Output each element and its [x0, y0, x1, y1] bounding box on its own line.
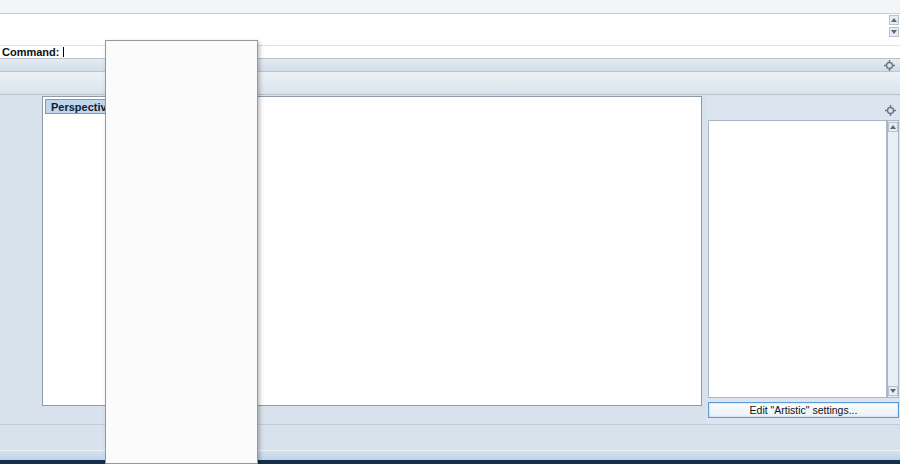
- command-history-scrollbar: [889, 14, 900, 46]
- scroll-down-icon[interactable]: [888, 386, 898, 396]
- scroll-up-icon[interactable]: [889, 15, 899, 25]
- right-panel: Edit "Artistic" settings...: [707, 96, 900, 448]
- command-prompt: Command:: [2, 46, 59, 58]
- panel-gear-icon[interactable]: [885, 105, 896, 116]
- edit-artistic-settings-button[interactable]: Edit "Artistic" settings...: [708, 402, 899, 418]
- viewport-title: Perspective: [51, 101, 113, 113]
- viewport-context-menu: [105, 40, 258, 464]
- left-toolbar: [0, 95, 41, 420]
- text-caret: [63, 47, 64, 57]
- panel-scrollbar[interactable]: [887, 120, 899, 398]
- menu-bar: [0, 0, 900, 14]
- display-settings-list: [708, 120, 887, 398]
- scroll-up-icon[interactable]: [888, 122, 898, 132]
- scroll-down-icon[interactable]: [889, 27, 899, 37]
- toolbar-gear-icon[interactable]: [884, 60, 895, 71]
